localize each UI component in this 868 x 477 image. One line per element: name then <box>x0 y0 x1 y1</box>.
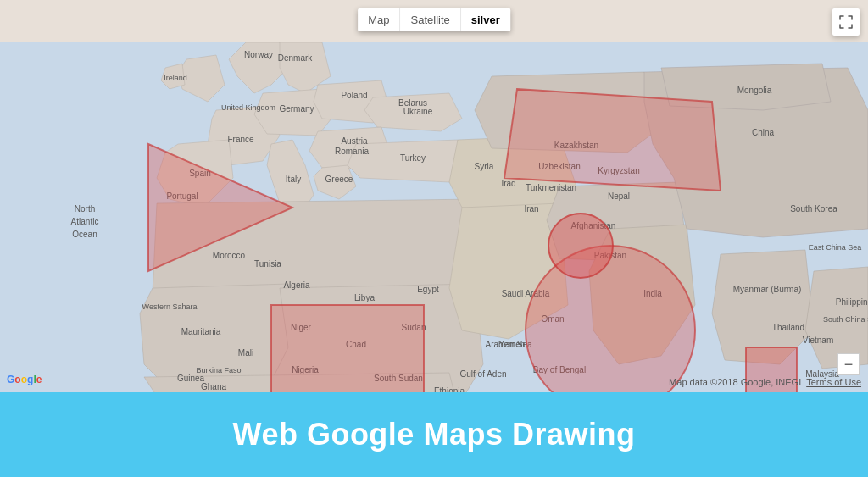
svg-text:Denmark: Denmark <box>278 53 314 63</box>
satellite-button[interactable]: Satellite <box>401 8 461 31</box>
svg-text:Nepal: Nepal <box>608 191 630 201</box>
svg-text:North: North <box>75 204 95 214</box>
svg-text:Libya: Libya <box>354 293 375 302</box>
svg-text:Germany: Germany <box>279 104 314 114</box>
svg-text:Saudi Arabia: Saudi Arabia <box>502 289 550 298</box>
svg-text:Kyrgyzstan: Kyrgyzstan <box>598 166 639 175</box>
svg-text:Turkmenistan: Turkmenistan <box>526 183 576 192</box>
banner: Web Google Maps Drawing <box>0 392 868 477</box>
svg-text:Poland: Poland <box>341 91 367 100</box>
svg-text:Oman: Oman <box>541 314 564 324</box>
svg-text:Pakistan: Pakistan <box>594 251 626 260</box>
svg-text:Western
Sahara: Western Sahara <box>142 302 198 311</box>
svg-text:China: China <box>752 128 775 137</box>
svg-text:Morocco: Morocco <box>213 251 246 260</box>
svg-text:Sudan: Sudan <box>402 323 426 332</box>
terms-link[interactable]: Terms of Use <box>806 377 861 387</box>
svg-text:Iraq: Iraq <box>501 179 515 188</box>
map-button[interactable]: Map <box>358 8 400 31</box>
svg-text:Turkey: Turkey <box>400 153 426 163</box>
zoom-controls: − <box>837 353 860 375</box>
map-type-controls: Map Satellite silver <box>358 8 510 31</box>
svg-text:Chad: Chad <box>346 340 366 349</box>
svg-text:Iran: Iran <box>524 204 538 214</box>
svg-text:Ireland: Ireland <box>164 74 187 82</box>
svg-text:Uzbekistan: Uzbekistan <box>538 162 580 171</box>
svg-text:Romania: Romania <box>335 147 369 156</box>
google-logo: Google <box>7 374 42 385</box>
svg-text:Portugal: Portugal <box>166 191 198 201</box>
silver-button[interactable]: silver <box>461 8 510 31</box>
svg-text:Algeria: Algeria <box>283 280 310 290</box>
svg-text:Greece: Greece <box>326 175 353 184</box>
svg-text:Philippines: Philippines <box>836 297 868 307</box>
svg-text:South Korea: South Korea <box>790 204 837 214</box>
svg-text:United Kingdom: United Kingdom <box>221 103 275 112</box>
svg-text:Atlantic: Atlantic <box>71 217 99 226</box>
svg-text:Mongolia: Mongolia <box>737 86 772 95</box>
svg-text:Niger: Niger <box>291 323 312 332</box>
svg-text:India: India <box>643 289 662 298</box>
svg-text:Ocean: Ocean <box>72 230 97 239</box>
svg-text:Egypt: Egypt <box>417 285 439 294</box>
map-container: Norway Denmark United Kingdom Ireland Fr… <box>0 0 868 477</box>
fullscreen-icon <box>839 15 853 29</box>
svg-text:South
China Sea: South China Sea <box>823 315 868 324</box>
svg-text:Myanmar
(Burma): Myanmar (Burma) <box>733 285 802 294</box>
svg-text:South Sudan: South Sudan <box>374 374 423 383</box>
svg-text:France: France <box>227 135 254 144</box>
svg-text:Gulf of Aden: Gulf of Aden <box>459 369 506 379</box>
svg-text:East China Sea: East China Sea <box>809 243 862 252</box>
svg-text:Spain: Spain <box>189 169 211 178</box>
svg-text:Kazakhstan: Kazakhstan <box>554 141 598 150</box>
svg-text:Syria: Syria <box>475 162 494 171</box>
svg-text:Nigeria: Nigeria <box>292 365 319 374</box>
fullscreen-button[interactable] <box>832 8 860 36</box>
svg-text:Italy: Italy <box>286 175 301 184</box>
banner-text: Web Google Maps Drawing <box>233 417 636 452</box>
svg-text:Ghana: Ghana <box>201 382 226 391</box>
svg-text:Vietnam: Vietnam <box>803 336 834 345</box>
zoom-minus-button[interactable]: − <box>837 353 860 375</box>
svg-text:Bay of Bengal: Bay of Bengal <box>533 365 586 374</box>
svg-text:Guinea: Guinea <box>177 374 205 383</box>
svg-text:Ukraine: Ukraine <box>403 107 433 116</box>
svg-text:Arabian Sea: Arabian Sea <box>485 340 531 349</box>
svg-text:Austria: Austria <box>341 136 368 146</box>
svg-text:Mauritania: Mauritania <box>181 327 221 336</box>
svg-text:Tunisia: Tunisia <box>254 259 281 269</box>
svg-text:Thailand: Thailand <box>772 323 804 332</box>
svg-text:Afghanistan: Afghanistan <box>571 221 616 230</box>
svg-text:Mali: Mali <box>238 348 253 358</box>
map-attribution: Map data ©2018 Google, INEGI Terms of Us… <box>669 377 861 387</box>
map-data-text: Map data ©2018 Google, INEGI <box>669 377 801 387</box>
svg-text:Norway: Norway <box>244 50 273 59</box>
